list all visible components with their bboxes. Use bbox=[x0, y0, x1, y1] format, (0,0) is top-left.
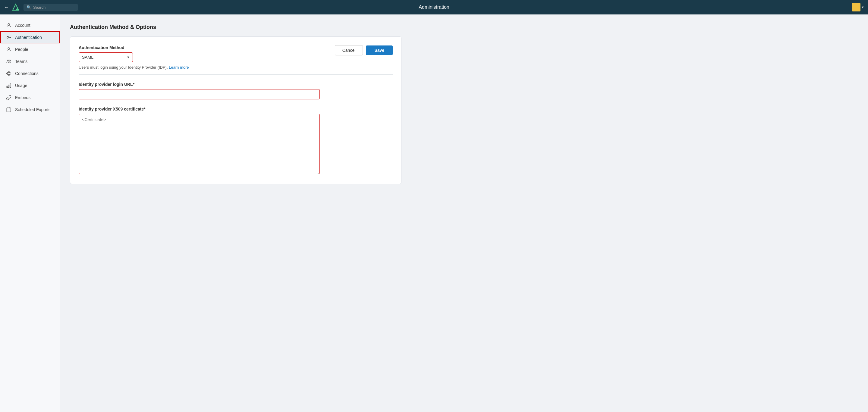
search-box[interactable]: 🔍 bbox=[24, 4, 78, 11]
svg-rect-15 bbox=[7, 108, 11, 112]
card-header-row: Authentication Method SAML Password Goog… bbox=[79, 45, 393, 70]
sidebar-item-usage-label: Usage bbox=[15, 83, 27, 88]
svg-rect-14 bbox=[10, 84, 11, 88]
button-group: Cancel Save bbox=[335, 45, 393, 56]
idp-cert-section: Identity provider X509 certificate* bbox=[79, 107, 393, 175]
main-content: Authentication Method & Options Authenti… bbox=[60, 14, 868, 412]
calendar-icon bbox=[6, 107, 11, 112]
page-title: Administration bbox=[418, 4, 449, 10]
sidebar-item-account-label: Account bbox=[15, 23, 30, 28]
auth-card: Authentication Method SAML Password Goog… bbox=[70, 36, 401, 184]
auth-method-label: Authentication Method bbox=[79, 45, 189, 50]
sidebar: Account Authentication People Teams Conn bbox=[0, 14, 60, 412]
app-body: Account Authentication People Teams Conn bbox=[0, 14, 868, 412]
save-button[interactable]: Save bbox=[366, 45, 393, 55]
sidebar-item-scheduled-exports-label: Scheduled Exports bbox=[15, 107, 51, 112]
connections-icon bbox=[6, 71, 11, 76]
sidebar-item-usage[interactable]: Usage bbox=[0, 79, 60, 92]
divider bbox=[79, 74, 393, 75]
avatar-dropdown-icon[interactable]: ▼ bbox=[861, 5, 864, 9]
svg-rect-12 bbox=[7, 86, 7, 88]
idp-cert-textarea[interactable] bbox=[79, 114, 320, 174]
sidebar-item-connections-label: Connections bbox=[15, 71, 38, 76]
idp-login-url-input[interactable] bbox=[79, 89, 320, 99]
sidebar-item-connections[interactable]: Connections bbox=[0, 67, 60, 79]
svg-point-9 bbox=[9, 60, 11, 62]
svg-point-7 bbox=[8, 47, 10, 49]
auth-method-select[interactable]: SAML Password Google SSO LDAP bbox=[79, 53, 133, 62]
sidebar-item-embeds-label: Embeds bbox=[15, 95, 30, 100]
svg-point-8 bbox=[7, 60, 9, 62]
auth-method-field: Authentication Method SAML Password Goog… bbox=[79, 45, 189, 70]
idp-login-url-section: Identity provider login URL* bbox=[79, 82, 393, 99]
helper-text: Users must login using your Identity Pro… bbox=[79, 65, 189, 70]
sidebar-item-people[interactable]: People bbox=[0, 43, 60, 56]
svg-point-2 bbox=[8, 24, 10, 25]
sidebar-item-embeds[interactable]: Embeds bbox=[0, 92, 60, 104]
person-icon bbox=[6, 47, 11, 52]
search-icon: 🔍 bbox=[27, 5, 31, 10]
idp-cert-label: Identity provider X509 certificate* bbox=[79, 107, 393, 111]
user-avatar-area: ▼ bbox=[852, 3, 864, 11]
section-title: Authentication Method & Options bbox=[70, 24, 858, 30]
user-avatar[interactable] bbox=[852, 3, 861, 11]
svg-point-3 bbox=[7, 36, 9, 38]
auth-method-select-wrapper: SAML Password Google SSO LDAP ▼ bbox=[79, 53, 133, 62]
svg-point-11 bbox=[7, 71, 10, 76]
cancel-button[interactable]: Cancel bbox=[335, 45, 363, 56]
account-icon bbox=[6, 23, 11, 28]
sidebar-item-scheduled-exports[interactable]: Scheduled Exports bbox=[0, 104, 60, 116]
embeds-icon bbox=[6, 95, 11, 100]
app-logo bbox=[11, 3, 20, 11]
learn-more-link[interactable]: Learn more bbox=[169, 65, 189, 70]
idp-login-url-label: Identity provider login URL* bbox=[79, 82, 393, 87]
back-button[interactable]: ← bbox=[4, 4, 9, 10]
svg-point-10 bbox=[7, 72, 11, 75]
sidebar-item-authentication-label: Authentication bbox=[15, 35, 42, 40]
svg-rect-13 bbox=[8, 85, 9, 88]
sidebar-item-account[interactable]: Account bbox=[0, 19, 60, 31]
top-nav: ← 🔍 Administration ▼ bbox=[0, 0, 868, 14]
sidebar-item-people-label: People bbox=[15, 47, 28, 52]
key-icon bbox=[6, 35, 11, 40]
sidebar-item-authentication[interactable]: Authentication bbox=[0, 31, 60, 43]
sidebar-item-teams-label: Teams bbox=[15, 59, 27, 64]
svg-marker-1 bbox=[16, 7, 19, 10]
teams-icon bbox=[6, 59, 11, 64]
search-input[interactable] bbox=[33, 5, 75, 10]
sidebar-item-teams[interactable]: Teams bbox=[0, 56, 60, 67]
usage-icon bbox=[6, 83, 11, 88]
helper-text-content: Users must login using your Identity Pro… bbox=[79, 65, 168, 70]
